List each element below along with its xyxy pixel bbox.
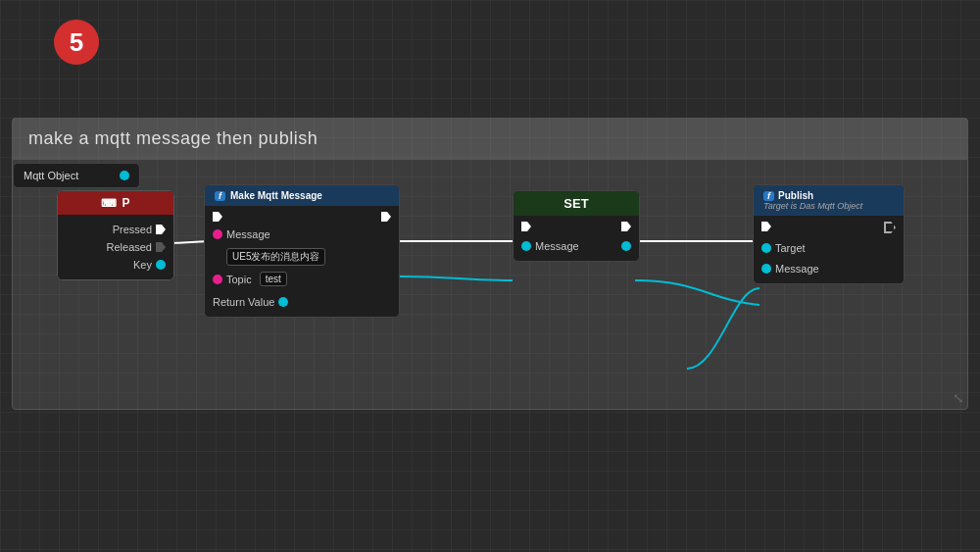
pressed-pin-row: Pressed [66,221,166,238]
target-label: Target [775,242,806,254]
mqtt-object-label: Mqtt Object [24,170,78,181]
make-mqtt-exec-out [381,212,391,222]
set-message-out-pin [621,241,631,251]
topic-pin-row: Topic test [213,269,391,289]
set-message-in-row: Message [521,237,579,255]
mqtt-object-node: Mqtt Object [13,163,140,188]
blueprint-panel: make a mqtt message then publish ⌨ P [12,118,968,410]
p-key-body: Pressed Released Key [58,215,173,279]
key-pin-row: Key [66,256,166,274]
released-exec-pin [156,242,166,252]
make-mqtt-exec-in [213,212,222,222]
mqtt-object-inner: Mqtt Object [14,164,139,187]
message-circle-pin [213,229,222,239]
set-message-in-pin [521,241,531,251]
set-header: SET [514,191,639,216]
make-mqtt-node: f Make Mqtt Message Message UE5发布的消息内容 [204,184,400,318]
p-key-node: ⌨ P Pressed Released Key [57,190,174,280]
f-icon-make-mqtt: f [215,191,225,201]
make-mqtt-label: Make Mqtt Message [230,190,322,201]
panel-title: make a mqtt message then publish [13,119,967,160]
publish-message-pin-row: Message [761,260,896,277]
pressed-label: Pressed [113,224,152,235]
message-label: Message [226,228,270,240]
message-input-box[interactable]: UE5发布的消息内容 [226,248,325,266]
publish-subtitle: Target is Das Mqtt Object [763,201,862,211]
key-label: Key [133,259,152,271]
set-exec-in [521,222,531,231]
mqtt-object-out-pin [120,171,129,180]
set-label: SET [564,196,588,211]
message-pin-row: Message [213,226,391,243]
step-number: 5 [70,27,83,58]
make-mqtt-header: f Make Mqtt Message [205,185,399,206]
publish-label: Publish [778,190,813,201]
p-key-header: ⌨ P [58,191,173,215]
publish-node: f Publish Target is Das Mqtt Object Targ… [753,184,905,284]
return-value-row: Return Value [213,293,391,311]
set-body: Message [514,216,639,261]
return-value-pin [278,297,288,307]
set-node: SET Message [513,190,640,262]
resize-handle[interactable]: ⤡ [953,390,964,406]
topic-label: Topic [226,274,252,285]
step-badge: 5 [54,20,99,65]
target-pin-row: Target [761,239,896,257]
key-circle-pin [156,260,166,270]
set-exec-out [621,222,631,231]
pressed-exec-pin [156,225,166,234]
released-label: Released [107,241,152,253]
publish-message-pin [761,264,771,274]
publish-exec-out [884,222,896,233]
released-pin-row: Released [66,238,166,256]
p-key-label: P [122,196,129,210]
publish-exec-in [761,222,771,231]
publish-message-label: Message [775,263,819,275]
topic-circle-pin [213,275,222,284]
publish-header: f Publish Target is Das Mqtt Object [754,185,904,216]
publish-body: Target Message [754,216,904,283]
f-icon-publish: f [763,191,774,201]
topic-input-box[interactable]: test [260,272,287,286]
target-pin [761,243,771,253]
make-mqtt-body: Message UE5发布的消息内容 Topic test Return [205,206,399,317]
set-message-in-label: Message [535,240,579,252]
keyboard-icon: ⌨ [101,197,117,210]
nodes-area: ⌨ P Pressed Released Key [13,163,967,409]
return-value-label: Return Value [213,296,274,308]
